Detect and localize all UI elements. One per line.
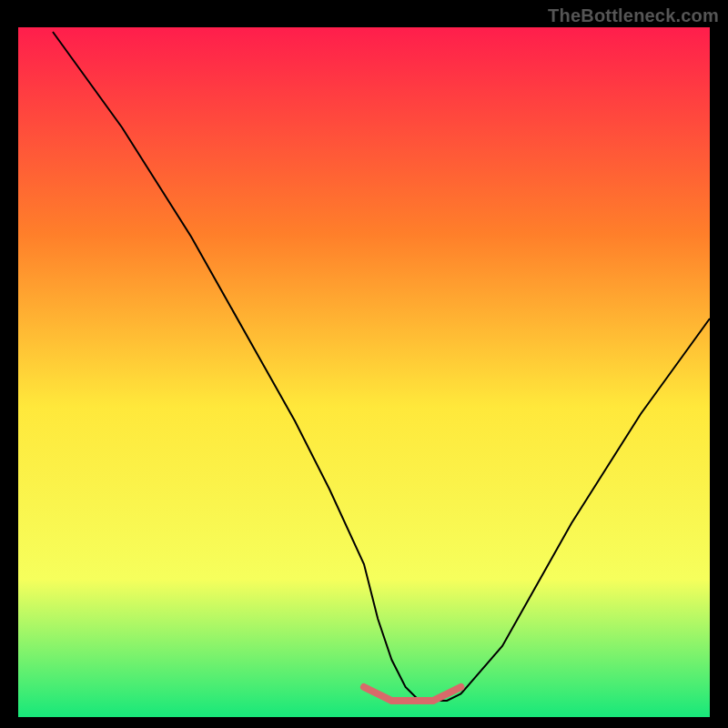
plot-background [18,27,710,717]
chart-container: TheBottleneck.com [0,0,728,728]
watermark-text: TheBottleneck.com [548,5,719,26]
bottleneck-chart [0,0,728,728]
